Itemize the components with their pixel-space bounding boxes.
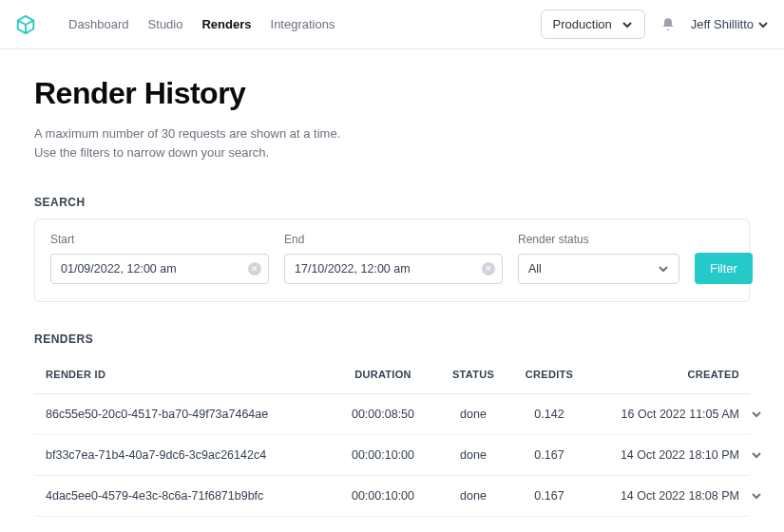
chevron-down-icon xyxy=(658,263,669,275)
user-menu[interactable]: Jeff Shillitto xyxy=(691,17,769,31)
status-value: All xyxy=(528,262,542,276)
environment-label: Production xyxy=(553,17,612,31)
chevron-down-icon xyxy=(621,19,633,30)
cell-duration: 00:00:08:50 xyxy=(331,408,435,421)
expand-row-button[interactable] xyxy=(739,408,762,420)
col-credits: CREDITS xyxy=(511,369,587,380)
expand-row-button[interactable] xyxy=(739,490,762,502)
nav-item-studio[interactable]: Studio xyxy=(148,17,183,31)
main-nav: DashboardStudioRendersIntegrations xyxy=(68,17,335,31)
table-row: 86c55e50-20c0-4517-ba70-49f73a7464ae00:0… xyxy=(34,394,750,435)
start-date-input[interactable] xyxy=(50,254,269,284)
user-name: Jeff Shillitto xyxy=(691,17,754,31)
col-id: RENDER ID xyxy=(46,369,331,380)
chevron-down-icon xyxy=(751,408,762,420)
caret-down-icon xyxy=(757,19,769,30)
notifications-icon[interactable] xyxy=(660,17,676,32)
col-created: CREATED xyxy=(587,369,739,380)
cell-id: 86c55e50-20c0-4517-ba70-49f73a7464ae xyxy=(46,408,331,421)
renders-section-label: RENDERS xyxy=(34,332,750,346)
cell-created: 14 Oct 2022 18:10 PM xyxy=(587,448,739,462)
cell-credits: 0.167 xyxy=(511,448,587,462)
table-row: d429130c-38b4-419e-848e-339f563d1e2c00:0… xyxy=(34,517,750,532)
cell-id: bf33c7ea-71b4-40a7-9dc6-3c9ac26142c4 xyxy=(46,448,331,462)
status-label: Render status xyxy=(518,233,679,246)
cell-status: done xyxy=(435,408,511,421)
nav-item-renders[interactable]: Renders xyxy=(201,17,251,31)
col-duration: DURATION xyxy=(331,369,435,380)
col-status: STATUS xyxy=(435,369,511,380)
top-header: DashboardStudioRendersIntegrations Produ… xyxy=(0,0,784,49)
nav-item-dashboard[interactable]: Dashboard xyxy=(68,17,129,31)
logo-icon xyxy=(15,14,36,35)
nav-item-integrations[interactable]: Integrations xyxy=(271,17,335,31)
cell-duration: 00:00:10:00 xyxy=(331,448,435,462)
filter-button[interactable]: Filter xyxy=(695,253,753,284)
cell-id: 4dac5ee0-4579-4e3c-8c6a-71f6871b9bfc xyxy=(46,489,331,503)
expand-row-button[interactable] xyxy=(739,449,762,461)
cell-credits: 0.167 xyxy=(511,489,587,503)
search-card: Start ✕ End ✕ Render status All xyxy=(34,218,750,302)
cell-created: 14 Oct 2022 18:08 PM xyxy=(587,489,739,503)
status-select[interactable]: All xyxy=(518,254,679,284)
renders-table: RENDER ID DURATION STATUS CREDITS CREATE… xyxy=(34,355,750,532)
table-row: 4dac5ee0-4579-4e3c-8c6a-71f6871b9bfc00:0… xyxy=(34,476,750,517)
table-row: bf33c7ea-71b4-40a7-9dc6-3c9ac26142c400:0… xyxy=(34,435,750,476)
cell-duration: 00:00:10:00 xyxy=(331,489,435,503)
cell-status: done xyxy=(435,489,511,503)
end-date-input[interactable] xyxy=(284,254,503,284)
clear-start-button[interactable]: ✕ xyxy=(248,262,261,276)
table-header: RENDER ID DURATION STATUS CREDITS CREATE… xyxy=(34,355,750,394)
page-title: Render History xyxy=(34,76,750,111)
environment-select[interactable]: Production xyxy=(541,10,645,39)
end-label: End xyxy=(284,233,503,246)
page-subtitle: A maximum number of 30 requests are show… xyxy=(34,124,357,162)
cell-credits: 0.142 xyxy=(511,408,587,421)
chevron-down-icon xyxy=(751,449,762,461)
search-section-label: SEARCH xyxy=(34,196,750,209)
cell-status: done xyxy=(435,448,511,462)
page-content: Render History A maximum number of 30 re… xyxy=(0,49,784,532)
cell-created: 16 Oct 2022 11:05 AM xyxy=(587,408,739,421)
start-label: Start xyxy=(50,233,269,246)
clear-end-button[interactable]: ✕ xyxy=(482,262,495,276)
chevron-down-icon xyxy=(751,490,762,502)
